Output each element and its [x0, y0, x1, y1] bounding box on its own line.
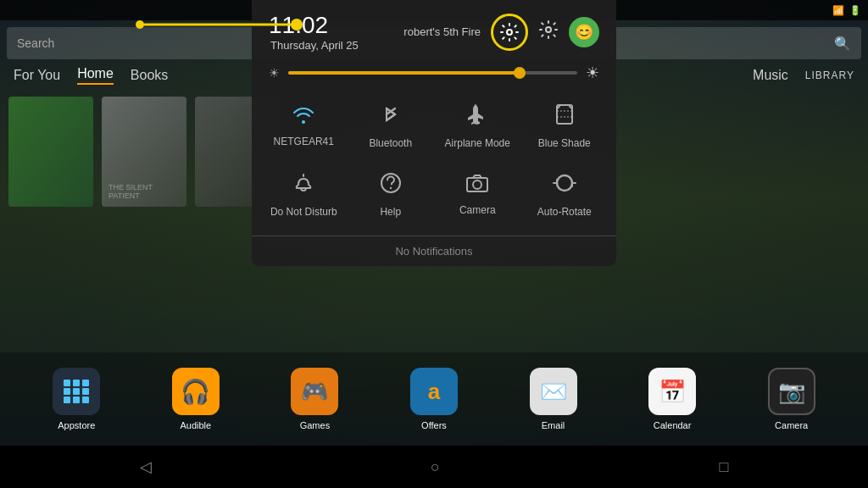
- svg-point-8: [473, 180, 481, 189]
- panel-device: robert's 5th Fire: [403, 25, 481, 38]
- brightness-high-icon: ☀: [586, 64, 599, 82]
- app-audible[interactable]: 🎧 Audible: [172, 368, 220, 430]
- bluetooth-icon: [381, 103, 400, 132]
- panel-time: 11:02: [269, 12, 359, 39]
- panel-left: 11:02 Thursday, April 25: [269, 12, 359, 52]
- svg-point-1: [546, 27, 551, 32]
- tiles-grid: NETGEAR41 Bluetooth Airplane Mode: [252, 92, 616, 236]
- donotdisturb-icon: [292, 171, 315, 201]
- book-card-1: [8, 97, 93, 207]
- app-dock: Appstore 🎧 Audible 🎮 Games a Offers ✉️: [0, 352, 868, 446]
- tab-books[interactable]: Books: [131, 68, 168, 83]
- back-button[interactable]: ◁: [133, 451, 159, 483]
- bluetooth-label: Bluetooth: [369, 137, 412, 151]
- panel-date: Thursday, April 25: [269, 39, 359, 52]
- airplane-icon: [465, 103, 489, 132]
- calendar-label: Calendar: [654, 420, 692, 430]
- brightness-slider[interactable]: [288, 71, 577, 75]
- status-bar-icons: 📶 🔋: [832, 5, 861, 16]
- avatar[interactable]: 😊: [569, 17, 599, 47]
- app-calendar[interactable]: 📅 Calendar: [648, 368, 696, 430]
- brightness-row: ☀ ☀: [252, 57, 616, 92]
- brightness-low-icon: ☀: [269, 66, 280, 80]
- app-appstore[interactable]: Appstore: [53, 368, 100, 430]
- brightness-fill: [288, 71, 520, 75]
- notifications-area: No Notifications: [252, 236, 616, 266]
- blueshade-label: Blue Shade: [538, 137, 591, 151]
- panel-header: 11:02 Thursday, April 25 robert's 5th Fi…: [252, 0, 616, 57]
- tab-library[interactable]: LIBRARY: [805, 69, 854, 81]
- app-camera[interactable]: 📷 Camera: [768, 368, 815, 430]
- no-notifications-text: No Notifications: [395, 245, 472, 258]
- audible-label: Audible: [180, 420, 211, 430]
- blueshade-icon: [553, 103, 576, 132]
- bottom-nav: ◁ ○ □: [0, 446, 868, 488]
- offers-label: Offers: [421, 420, 447, 430]
- svg-point-6: [390, 186, 392, 188]
- tile-airplane[interactable]: Airplane Mode: [434, 92, 521, 161]
- help-icon: [379, 171, 403, 201]
- camera-label: Camera: [775, 420, 808, 430]
- settings-small-button[interactable]: [538, 19, 559, 45]
- camera-tile-label: Camera: [459, 204, 496, 218]
- app-email[interactable]: ✉️ Email: [530, 368, 577, 430]
- panel-header-right: robert's 5th Fire 😊: [403, 14, 599, 51]
- tile-camera[interactable]: Camera: [434, 161, 521, 230]
- tile-help[interactable]: Help: [348, 161, 435, 230]
- appstore-label: Appstore: [58, 420, 95, 430]
- wifi-icon: [292, 104, 315, 130]
- camera-tile-icon: [465, 173, 489, 199]
- tile-bluetooth[interactable]: Bluetooth: [348, 92, 435, 161]
- app-offers[interactable]: a Offers: [410, 368, 458, 430]
- settings-main-button[interactable]: [491, 14, 528, 51]
- brightness-thumb[interactable]: [514, 67, 526, 79]
- tile-donotdisturb[interactable]: Do Not Disturb: [260, 161, 348, 230]
- book-card-2: THE SILENT PATIENT: [102, 97, 186, 207]
- tab-for-you[interactable]: For You: [14, 68, 60, 83]
- tile-autorotate[interactable]: Auto-Rotate: [521, 161, 609, 230]
- tile-blueshade[interactable]: Blue Shade: [521, 92, 609, 161]
- recent-button[interactable]: □: [712, 452, 735, 483]
- app-games[interactable]: 🎮 Games: [291, 368, 338, 430]
- autorotate-icon: [553, 171, 576, 201]
- autorotate-label: Auto-Rotate: [537, 206, 592, 219]
- search-icon: 🔍: [834, 36, 851, 52]
- svg-point-0: [507, 30, 512, 35]
- battery-icon: 🔋: [849, 5, 861, 16]
- tab-music[interactable]: Music: [753, 68, 788, 83]
- avatar-emoji: 😊: [575, 23, 593, 42]
- tab-home[interactable]: Home: [77, 66, 114, 85]
- help-label: Help: [380, 206, 401, 219]
- airplane-label: Airplane Mode: [445, 137, 510, 151]
- email-label: Email: [542, 420, 565, 430]
- notification-panel: 11:02 Thursday, April 25 robert's 5th Fi…: [252, 0, 616, 266]
- games-label: Games: [300, 420, 330, 430]
- home-button[interactable]: ○: [424, 452, 447, 483]
- wifi-label: NETGEAR41: [274, 136, 334, 149]
- donotdisturb-label: Do Not Disturb: [270, 206, 337, 219]
- tile-wifi[interactable]: NETGEAR41: [260, 92, 348, 161]
- wifi-status-icon: 📶: [832, 5, 844, 16]
